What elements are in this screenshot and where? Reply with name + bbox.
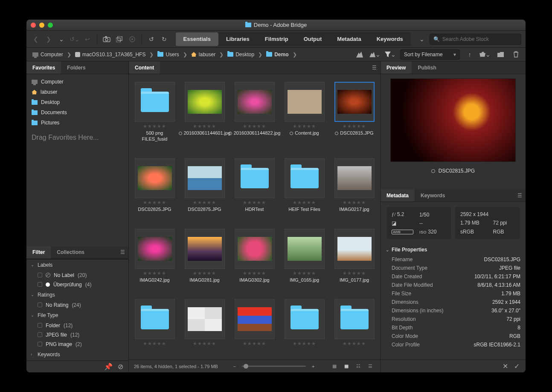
metadata-apply-button[interactable]: ✓ <box>514 362 520 370</box>
view-details-button[interactable]: ☷ <box>354 363 363 370</box>
rating-stars[interactable]: ★★★★★ <box>243 200 266 205</box>
close-window-button[interactable] <box>31 23 36 28</box>
view-list-button[interactable]: ☰ <box>366 363 375 370</box>
filter-row[interactable]: Folder (12) <box>26 321 128 330</box>
new-folder-button[interactable] <box>495 49 506 60</box>
rating-stars[interactable]: ★★★★★ <box>193 341 216 346</box>
thumbnail-item[interactable]: ★★★★★ IMAG0281.jpg <box>183 229 226 288</box>
rating-stars[interactable]: ★★★★★ <box>293 124 316 129</box>
preview-image[interactable] <box>390 78 516 162</box>
minimize-window-button[interactable] <box>39 23 44 28</box>
nav-back-button[interactable]: ❮ <box>31 34 41 45</box>
camera-import-button[interactable] <box>102 34 112 45</box>
thumbnail-item[interactable]: ★★★★★ IMG_0177.jpg <box>333 229 376 288</box>
boomerang-button[interactable]: ↩ <box>82 34 93 45</box>
breadcrumb-item[interactable]: Desktop <box>226 52 256 58</box>
thumbnail-item[interactable]: ★★★★★ <box>283 299 326 352</box>
tab-content[interactable]: Content <box>129 61 160 74</box>
rotate-ccw-button[interactable]: ↺ <box>146 34 157 45</box>
rating-stars[interactable]: ★★★★★ <box>193 200 216 205</box>
rating-stars[interactable]: ★★★★★ <box>243 124 266 129</box>
thumbnail-item[interactable]: ★★★★★ 500 png FILES_fusid <box>133 82 176 146</box>
rating-stars[interactable]: ★★★★★ <box>343 124 366 129</box>
cancel-icon[interactable]: ⊘ <box>118 363 123 371</box>
thumbnail-item[interactable]: ★★★★★ <box>183 299 226 352</box>
thumbnail-item[interactable]: ★★★★★ <box>333 299 376 352</box>
filter-row[interactable]: Überprüfung (4) <box>26 280 128 289</box>
file-properties-header[interactable]: ⌄ File Properties <box>381 244 526 255</box>
tab-preview[interactable]: Preview <box>381 61 412 74</box>
filter-row[interactable]: JPEG file (12) <box>26 330 128 340</box>
filter-funnel-button[interactable]: ⌄ <box>385 49 396 60</box>
nav-parent-button[interactable]: ↺⌄ <box>70 34 80 45</box>
favorite-item[interactable]: Computer <box>26 77 128 87</box>
metadata-cancel-button[interactable]: ✕ <box>503 362 508 370</box>
tab-filter[interactable]: Filter <box>26 246 51 259</box>
rating-stars[interactable]: ★★★★★ <box>143 124 166 129</box>
zoom-in-button[interactable]: + <box>312 364 314 369</box>
workspace-menu-dropdown[interactable]: ⌄ <box>417 34 427 45</box>
tab-keywords[interactable]: Keywords <box>415 189 451 202</box>
tab-folders[interactable]: Folders <box>61 61 91 74</box>
search-input[interactable] <box>442 36 517 42</box>
workspace-tab-filmstrip[interactable]: Filmstrip <box>257 32 296 46</box>
search-field[interactable]: 🔍 <box>430 34 521 45</box>
rating-stars[interactable]: ★★★★★ <box>193 124 216 129</box>
checkbox[interactable] <box>38 273 42 277</box>
camera-raw-button[interactable] <box>127 34 137 45</box>
workspace-tab-output[interactable]: Output <box>296 32 330 46</box>
rating-stars[interactable]: ★★★★★ <box>343 271 366 276</box>
favorite-item[interactable]: Desktop <box>26 97 128 107</box>
rating-stars[interactable]: ★★★★★ <box>243 341 266 346</box>
metadata-panel-menu-icon[interactable]: ☰ <box>517 193 522 199</box>
favorite-item[interactable]: Documents <box>26 107 128 118</box>
workspace-tab-metadata[interactable]: Metadata <box>329 32 369 46</box>
breadcrumb-item[interactable]: macOS10.13_17A365_HFS <box>73 52 148 58</box>
breadcrumb-item[interactable]: Demo <box>264 52 290 58</box>
rating-stars[interactable]: ★★★★★ <box>143 341 166 346</box>
rating-stars[interactable]: ★★★★★ <box>143 200 166 205</box>
sort-direction-button[interactable]: ↑ <box>464 49 475 60</box>
filter-panel-menu-icon[interactable]: ☰ <box>120 249 125 255</box>
thumbnail-item[interactable]: ★★★★★ IMG_0165.jpg <box>283 229 326 288</box>
thumbnail-item[interactable]: ★★★★★ DSC02815.JPG <box>333 82 376 146</box>
rotate-cw-button[interactable]: ↻ <box>159 34 169 45</box>
rating-stars[interactable]: ★★★★★ <box>293 341 316 346</box>
thumbnail-item[interactable]: ★★★★★ IMAG0302.jpg <box>233 229 276 288</box>
batch-button[interactable] <box>114 34 125 45</box>
rating-stars[interactable]: ★★★★★ <box>293 200 316 205</box>
thumbnail-item[interactable]: ★★★★★ IMAG0217.jpg <box>333 158 376 217</box>
filter-group-collapsed[interactable]: ›Keywords <box>26 349 128 360</box>
checkbox[interactable] <box>38 342 42 346</box>
rating-stars[interactable]: ★★★★★ <box>143 271 166 276</box>
rating-stars[interactable]: ★★★★★ <box>293 271 316 276</box>
thumbnail-item[interactable]: ★★★★★ 201603061144822.jpg <box>233 82 276 146</box>
thumb-quality-button[interactable] <box>354 49 365 60</box>
checkbox[interactable] <box>38 323 42 328</box>
thumbnail-item[interactable]: ★★★★★ DSC02825.JPG <box>133 158 176 217</box>
filter-row[interactable]: No Label (20) <box>26 271 128 280</box>
checkbox[interactable] <box>38 332 42 337</box>
pin-icon[interactable]: 📌 <box>104 363 113 371</box>
rating-stars[interactable]: ★★★★★ <box>243 271 266 276</box>
filter-group-ratings[interactable]: ⌄Ratings <box>26 289 128 300</box>
checkbox[interactable] <box>38 303 42 307</box>
favorite-item[interactable]: labuser <box>26 87 128 97</box>
filter-row[interactable]: No Rating (24) <box>26 300 128 310</box>
zoom-out-button[interactable]: − <box>233 364 236 369</box>
rating-stars[interactable]: ★★★★★ <box>193 271 216 276</box>
thumbnail-item[interactable]: ★★★★★ HEIF Test Files <box>283 158 326 217</box>
thumbnail-item[interactable]: ★★★★★ DSC02875.JPG <box>183 158 226 217</box>
tab-publish[interactable]: Publish <box>412 61 442 74</box>
checkbox[interactable] <box>38 282 42 287</box>
thumbnail-item[interactable]: ★★★★★ Content.jpg <box>283 82 326 146</box>
workspace-tab-libraries[interactable]: Libraries <box>218 32 257 46</box>
thumbnail-item[interactable]: ★★★★★ <box>133 299 176 352</box>
thumb-quality-dropdown[interactable]: ⌄ <box>369 49 381 60</box>
thumbnail-item[interactable]: ★★★★★ IMAG0242.jpg <box>133 229 176 288</box>
favorite-item[interactable]: Pictures <box>26 118 128 128</box>
rating-stars[interactable]: ★★★★★ <box>343 341 366 346</box>
open-recent-button[interactable]: ⌄ <box>479 49 491 60</box>
view-thumbnails-lock-button[interactable]: ▦ <box>342 363 351 370</box>
nav-forward-button[interactable]: ❯ <box>44 34 54 45</box>
